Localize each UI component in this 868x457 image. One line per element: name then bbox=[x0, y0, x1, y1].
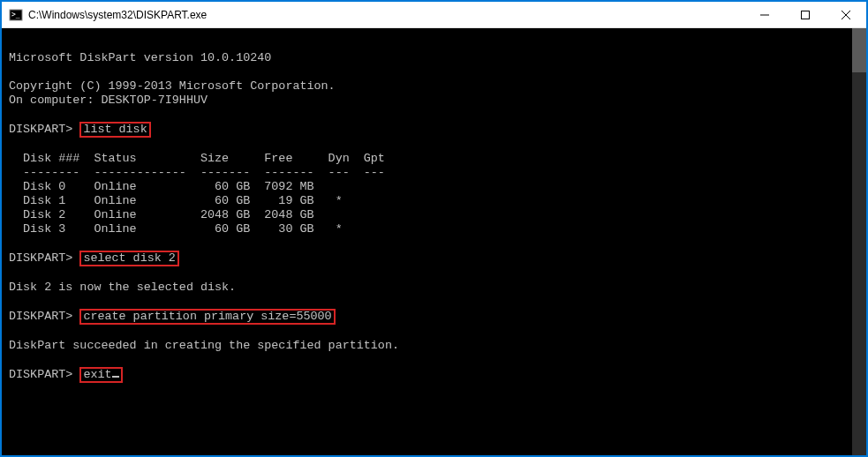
copyright-line: Copyright (C) 1999-2013 Microsoft Corpor… bbox=[9, 79, 845, 94]
blank-line bbox=[9, 65, 845, 79]
scrollbar[interactable] bbox=[852, 28, 866, 455]
prompt-label: DISKPART> bbox=[9, 310, 72, 323]
app-icon: >_ bbox=[9, 8, 23, 22]
titlebar[interactable]: >_ C:\Windows\system32\DISKPART.exe bbox=[2, 2, 866, 28]
close-button[interactable] bbox=[826, 2, 866, 27]
table-row: Disk 1 Online 60 GB 19 GB * bbox=[9, 194, 845, 208]
blank-line bbox=[9, 325, 845, 339]
blank-line bbox=[9, 295, 845, 309]
window-controls bbox=[744, 2, 866, 27]
scrollbar-thumb[interactable] bbox=[852, 28, 866, 72]
minimize-button[interactable] bbox=[744, 2, 785, 27]
prompt-line-1: DISKPART> list disk bbox=[9, 122, 845, 138]
table-row: Disk 3 Online 60 GB 30 GB * bbox=[9, 222, 845, 236]
prompt-label: DISKPART> bbox=[9, 123, 72, 136]
version-line: Microsoft DiskPart version 10.0.10240 bbox=[9, 51, 845, 65]
cmd-exit-highlight: exit bbox=[79, 367, 122, 383]
prompt-line-4: DISKPART> exit bbox=[9, 367, 845, 383]
table-header: Disk ### Status Size Free Dyn Gpt bbox=[9, 152, 845, 166]
blank-line bbox=[9, 108, 845, 122]
prompt-label: DISKPART> bbox=[9, 368, 72, 381]
table-row: Disk 0 Online 60 GB 7092 MB bbox=[9, 180, 845, 194]
terminal[interactable]: Microsoft DiskPart version 10.0.10240 Co… bbox=[2, 28, 852, 455]
blank-line bbox=[9, 37, 845, 51]
table-row: Disk 2 Online 2048 GB 2048 GB bbox=[9, 208, 845, 222]
computer-line: On computer: DESKTOP-7I9HHUV bbox=[9, 94, 845, 108]
create-result: DiskPart succeeded in creating the speci… bbox=[9, 339, 845, 353]
blank-line bbox=[9, 236, 845, 251]
prompt-label: DISKPART> bbox=[9, 251, 72, 265]
select-result: Disk 2 is now the selected disk. bbox=[9, 281, 845, 295]
cmd-exit-text: exit bbox=[83, 368, 111, 381]
blank-line bbox=[9, 266, 845, 281]
blank-line bbox=[9, 138, 845, 152]
window-title: C:\Windows\system32\DISKPART.exe bbox=[28, 9, 744, 21]
prompt-line-2: DISKPART> select disk 2 bbox=[9, 251, 845, 266]
svg-text:>_: >_ bbox=[11, 11, 20, 19]
cmd-list-disk-highlight: list disk bbox=[79, 122, 150, 138]
prompt-line-3: DISKPART> create partition primary size=… bbox=[9, 309, 845, 325]
terminal-wrapper: Microsoft DiskPart version 10.0.10240 Co… bbox=[2, 28, 866, 455]
cmd-create-partition-highlight: create partition primary size=55000 bbox=[79, 309, 335, 325]
maximize-button[interactable] bbox=[785, 2, 826, 27]
svg-rect-3 bbox=[802, 11, 810, 19]
window-frame: >_ C:\Windows\system32\DISKPART.exe Micr… bbox=[0, 0, 868, 457]
table-divider: -------- ------------- ------- ------- -… bbox=[9, 166, 845, 180]
cmd-select-disk-highlight: select disk 2 bbox=[79, 251, 178, 266]
cursor bbox=[112, 376, 119, 378]
blank-line bbox=[9, 353, 845, 367]
